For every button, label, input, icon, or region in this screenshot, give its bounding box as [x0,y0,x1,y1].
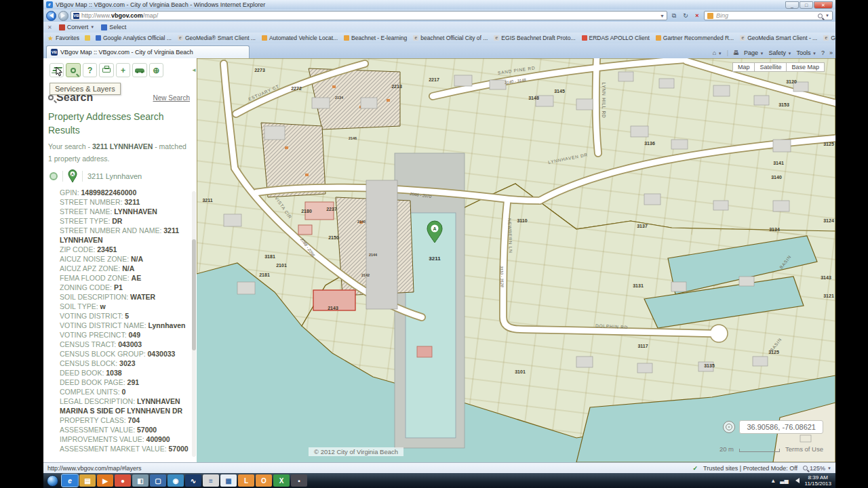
close-addon-bar-icon[interactable]: ✕ [47,24,52,30]
favorite-link-4[interactable]: ebeachnet Official City of ... [413,35,488,41]
page-menu[interactable]: Page ▼ [744,49,764,56]
compatibility-view-button[interactable]: ⧉ [669,11,679,20]
taskbar-icon-outlook[interactable]: O [256,474,272,487]
video-frame: e VBgov Map :: VBgov.com - City of Virgi… [0,0,868,488]
hidden-icons-chevron[interactable]: ▲ [770,478,776,484]
favorite-link-7[interactable]: Gartner Recommended R... [656,35,734,41]
security-zone[interactable]: Trusted sites | Protected Mode: Off [703,465,797,472]
tab-vbgov-map[interactable]: VB VBgov Map :: VBgov.com - City of Virg… [46,45,250,58]
locate-tool-button[interactable]: ⊕ [149,63,163,77]
result-item[interactable]: A 3211 Lynnhaven [50,169,190,183]
add-favorite-button[interactable] [85,35,90,41]
select-button[interactable]: Select [101,24,126,30]
map-button[interactable]: Map [732,62,755,72]
base-map-button[interactable]: Base Map [787,62,825,72]
favicon: e [413,35,418,41]
taskbar-icon-document-viewer[interactable]: ≡ [203,474,219,487]
taskbar-icon-form-app[interactable]: ▦ [220,474,237,487]
favorite-link-3[interactable]: Beachnet - E-learning [344,35,407,41]
favorite-link-8[interactable]: eGeoMedia Smart Client - ... [740,35,817,41]
url-field[interactable]: VB http://www.vbgov.com/map/ ▼ [71,11,667,20]
detail-value: 1038 [106,369,121,377]
satellite-button[interactable]: Satellite [755,62,787,72]
speaker-icon[interactable] [793,478,800,483]
stop-button[interactable]: × [692,11,702,20]
favorite-link-1[interactable]: eGeoMedia® Smart Client ... [178,35,256,41]
taskbar-icon-computer-security[interactable]: ▢ [150,474,166,487]
parcel-number-label: 2217 [429,77,439,82]
result-address[interactable]: 3211 Lynnhaven [87,172,142,180]
taskbar-icon-lync[interactable]: L [238,474,254,487]
search-dropdown-icon[interactable]: ▼ [825,14,829,18]
title-bar[interactable]: e VBgov Map :: VBgov.com - City of Virgi… [43,0,835,9]
maximize-button[interactable]: □ [800,1,813,9]
detail-value: 3023 [119,359,135,367]
print-button[interactable]: 🖶 [733,49,739,56]
clock[interactable]: 8:39 AM 11/15/2013 [805,474,831,487]
overflow-chevron-icon[interactable]: » [829,49,833,56]
favorite-link-6[interactable]: ERDAS APOLLO Client [582,35,650,41]
locate-icon[interactable] [723,421,735,433]
add-tool-button[interactable]: + [116,63,130,77]
detail-value: Lynnhaven [148,321,185,329]
taskbar-icon-chrome[interactable]: ● [115,474,131,487]
search-tool-button[interactable] [66,63,80,77]
taskbar-icon-dark-app[interactable]: ▪ [291,474,307,487]
parcel-number-label: 2150 [328,235,339,240]
home-button[interactable]: ⌂ ▼ [713,49,722,56]
taskbar-icon-internet-explorer[interactable]: e [62,474,78,487]
detail-label: AICUZ NOISE ZONE: [60,255,131,263]
search-box[interactable]: Bing ▼ [704,11,833,20]
back-button[interactable] [46,11,56,21]
favicon: e [823,35,829,41]
refresh-button[interactable]: ↻ [681,11,690,20]
forward-button[interactable] [58,11,68,21]
taskbar-icon-windows-explorer[interactable]: ▤ [79,474,96,487]
parcel-number-label: 3136 [644,141,655,146]
parcel-number-label: 2272 [291,86,302,91]
taskbar-icon-excel[interactable]: X [273,474,290,487]
taskbar-icon-blue-app[interactable]: ∿ [185,474,201,487]
help-tool-button[interactable]: ? [83,63,97,77]
print-tool-button[interactable] [99,63,113,77]
sidebar-scrollbar[interactable] [192,191,196,457]
network-icon[interactable]: ▃▅ [780,478,788,484]
favorite-link-9[interactable]: eGeospatial Server Demo P... [823,35,835,41]
parcel-map[interactable]: A 3211 ESTUARY CTSAND PINE RDLYNN HILL R… [197,58,835,462]
taskbar-icon-search-globe[interactable]: ◉ [167,474,184,487]
favorite-link-2[interactable]: Automated Vehicle Locat... [262,35,338,41]
search-icon[interactable] [818,14,823,18]
parcel-number-label: 3120 [786,79,797,84]
result-toggle-icon[interactable] [50,172,58,180]
tools-menu[interactable]: Tools ▼ [796,49,816,56]
detail-row: PROPERTY CLASS: 704 [60,415,189,425]
taskbar-icon-media-player[interactable]: ▶ [97,474,113,487]
favorites-button[interactable]: ★ Favorites [47,35,79,42]
close-button[interactable]: ✕ [814,1,833,9]
minimize-button[interactable]: _ [785,1,799,9]
favorite-link-0[interactable]: Google Analytics Official ... [96,35,172,41]
favorite-link-5[interactable]: eEGIS Beachnet Draft Proto... [494,35,575,41]
detail-row: STREET TYPE: DR [60,216,189,226]
convert-button[interactable]: Convert ▼ [59,24,94,30]
bing-icon [707,13,713,19]
zoom-control[interactable]: 125% ▼ [803,465,831,472]
detail-row: AICUZ APZ ZONE: N/A [60,264,189,273]
detail-value: 400900 [146,435,170,443]
parcel-number-label: 2180 [301,209,312,214]
url-dropdown-icon[interactable]: ▼ [660,14,665,18]
help-button[interactable]: ? [821,49,825,56]
safety-menu[interactable]: Safety ▼ [769,49,792,56]
detail-label: SOIL DESCRIPTION: [60,293,130,301]
start-button[interactable] [47,475,58,487]
star-icon: ★ [47,35,54,42]
taskbar-icon-database-tool[interactable]: ◧ [132,474,149,487]
detail-value: 5 [125,312,129,320]
map-canvas[interactable]: A 3211 ESTUARY CTSAND PINE RDLYNN HILL R… [197,58,835,462]
search-placeholder: Bing [716,12,728,19]
scrollbar-thumb[interactable] [192,239,196,351]
vehicle-tool-button[interactable] [132,63,146,77]
terms-link[interactable]: Terms of Use [785,445,823,453]
collapse-panel-icon[interactable]: ◄ [191,67,197,77]
new-search-link[interactable]: New Search [153,94,190,102]
